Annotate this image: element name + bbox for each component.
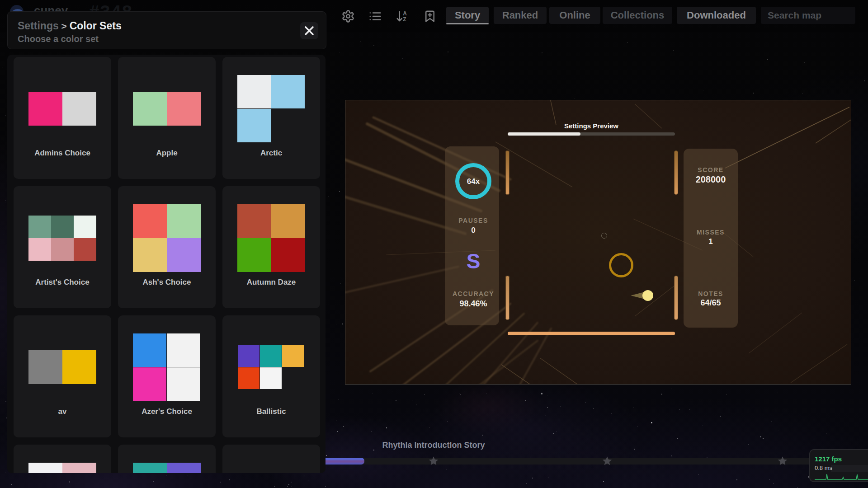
svg-text:A: A [403,10,407,17]
svg-text:Z: Z [403,16,406,23]
